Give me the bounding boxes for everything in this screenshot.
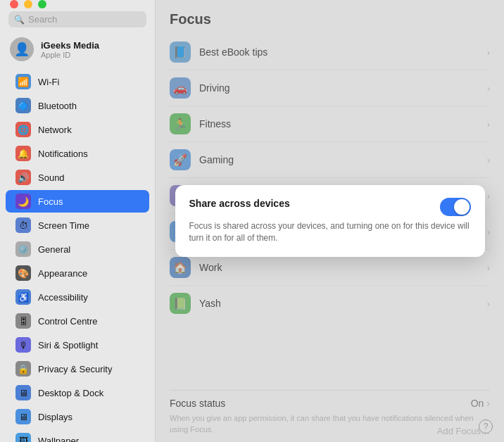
sidebar-item-label: Bluetooth — [38, 101, 77, 111]
general-icon: ⚙️ — [15, 241, 31, 257]
bluetooth-icon: 🔷 — [15, 98, 31, 113]
search-input[interactable]: Search — [28, 14, 57, 25]
network-icon: 🌐 — [15, 122, 31, 137]
sidebar-item-label: Displays — [38, 412, 73, 422]
sidebar-item-notifications[interactable]: 🔔 Notifications — [6, 142, 149, 165]
displays-icon: 🖥 — [15, 409, 31, 424]
sidebar-item-sound[interactable]: 🔊 Sound — [6, 166, 149, 189]
wallpaper-icon: 🖼 — [15, 433, 31, 442]
search-icon: 🔍 — [14, 15, 25, 25]
notifications-icon: 🔔 — [15, 146, 31, 161]
sidebar-item-label: Privacy & Security — [38, 364, 112, 374]
appearance-icon: 🎨 — [15, 265, 31, 281]
sidebar-item-wifi[interactable]: 📶 Wi-Fi — [6, 70, 149, 93]
sidebar-item-bluetooth[interactable]: 🔷 Bluetooth — [6, 94, 149, 117]
privacy-icon: 🔒 — [15, 361, 31, 377]
modal-overlay: Share across devices Focus is shared acr… — [156, 0, 504, 442]
sidebar-item-controlcentre[interactable]: 🎛 Control Centre — [6, 310, 149, 332]
user-name: iGeeks Media — [41, 40, 99, 51]
sidebar: 🔍 Search 👤 iGeeks Media Apple ID 📶 Wi-Fi… — [0, 0, 155, 442]
sidebar-item-label: Notifications — [38, 149, 88, 159]
sidebar-item-displays[interactable]: 🖥 Displays — [6, 405, 149, 428]
share-across-devices-modal: Share across devices Focus is shared acr… — [175, 185, 485, 258]
sidebar-item-label: Control Centre — [38, 316, 98, 327]
avatar: 👤 — [10, 37, 34, 61]
screentime-icon: ⏱ — [15, 217, 31, 233]
sidebar-item-label: Screen Time — [38, 220, 89, 231]
sound-icon: 🔊 — [15, 170, 31, 185]
modal-title: Share across devices — [189, 198, 290, 209]
sidebar-item-accessibility[interactable]: ♿ Accessibility — [6, 286, 149, 308]
sidebar-item-appearance[interactable]: 🎨 Appearance — [6, 262, 149, 284]
sidebar-item-label: Wi-Fi — [38, 77, 59, 87]
sidebar-item-label: General — [38, 244, 70, 255]
sidebar-item-label: Network — [38, 125, 72, 135]
sidebar-item-network[interactable]: 🌐 Network — [6, 118, 149, 141]
sidebar-item-screentime[interactable]: ⏱ Screen Time — [6, 214, 149, 236]
sidebar-item-wallpaper[interactable]: 🖼 Wallpaper — [6, 429, 149, 442]
maximize-button[interactable] — [38, 0, 46, 8]
wifi-icon: 📶 — [15, 74, 31, 89]
desktop-icon: 🖥 — [15, 385, 31, 400]
siri-icon: 🎙 — [15, 337, 31, 353]
sidebar-item-focus[interactable]: 🌙 Focus — [6, 190, 149, 213]
sidebar-item-label: Appearance — [38, 268, 87, 279]
user-section[interactable]: 👤 iGeeks Media Apple ID — [0, 33, 155, 65]
share-across-devices-toggle[interactable] — [440, 198, 471, 216]
focus-icon: 🌙 — [15, 194, 31, 209]
search-bar[interactable]: 🔍 Search — [8, 11, 146, 27]
user-subtitle: Apple ID — [41, 51, 99, 59]
sidebar-item-general[interactable]: ⚙️ General — [6, 238, 149, 260]
sidebar-item-privacy[interactable]: 🔒 Privacy & Security — [6, 358, 149, 380]
main-content: Focus 📘 Best eBook tips › 🚗 Driving › 🏃 … — [155, 0, 504, 442]
titlebar — [0, 0, 155, 8]
modal-description: Focus is shared across your devices, and… — [189, 220, 471, 245]
sidebar-item-label: Sound — [38, 172, 65, 183]
sidebar-item-siri[interactable]: 🎙 Siri & Spotlight — [6, 334, 149, 356]
close-button[interactable] — [10, 0, 18, 8]
sidebar-item-label: Wallpaper — [38, 436, 79, 443]
sidebar-item-desktop[interactable]: 🖥 Desktop & Dock — [6, 381, 149, 404]
toggle-knob — [454, 199, 470, 215]
minimize-button[interactable] — [24, 0, 32, 8]
accessibility-icon: ♿ — [15, 289, 31, 305]
sidebar-item-label: Focus — [38, 196, 63, 207]
controlcentre-icon: 🎛 — [15, 313, 31, 329]
sidebar-item-label: Accessibility — [38, 292, 88, 303]
sidebar-item-label: Siri & Spotlight — [38, 340, 98, 351]
sidebar-item-label: Desktop & Dock — [38, 388, 103, 398]
